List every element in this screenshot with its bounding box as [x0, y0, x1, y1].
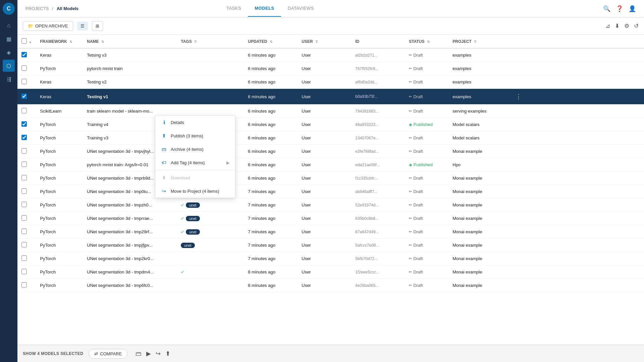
- row-checkbox[interactable]: [21, 202, 27, 207]
- table-row[interactable]: PyTorchUNet segmentation 3d - tmprrae...…: [17, 212, 644, 225]
- filter-icon[interactable]: ⊿: [605, 22, 610, 29]
- row-checkbox[interactable]: [21, 108, 27, 113]
- row-checkbox[interactable]: [21, 229, 27, 234]
- cell-status: ✏ Draft: [405, 145, 448, 158]
- cell-project: Monai example: [448, 239, 509, 252]
- column-header-name[interactable]: NAME ⇅: [83, 35, 177, 48]
- cell-id: 794381683...: [351, 105, 405, 118]
- cell-name: UNet segmentation 3d - tmp2kr0...: [83, 252, 177, 265]
- tab-models[interactable]: MODELS: [248, 0, 281, 17]
- bottom-upload-icon[interactable]: ⬆: [165, 350, 170, 357]
- sidebar-icon-pipeline[interactable]: ⇶: [3, 73, 15, 85]
- details-icon: ℹ: [161, 119, 167, 126]
- table-row[interactable]: PyTorchpytorch mnist train: Args/lr=0.01…: [17, 158, 644, 172]
- table-row[interactable]: PyTorchpytorch mnist train6 minutes agoU…: [17, 62, 644, 75]
- row-checkbox[interactable]: [21, 269, 27, 274]
- row-checkbox[interactable]: [21, 188, 27, 194]
- bottom-publish-icon[interactable]: ▶: [146, 350, 151, 357]
- sidebar-icon-models[interactable]: ⬡: [3, 60, 15, 72]
- chevron-down-icon[interactable]: ▼: [29, 41, 32, 44]
- row-checkbox[interactable]: [21, 282, 27, 288]
- row-checkbox[interactable]: [21, 148, 27, 154]
- more-options-button[interactable]: ⋮: [513, 92, 524, 101]
- column-header-id[interactable]: ID: [351, 35, 405, 48]
- table-row[interactable]: PyTorchUNet segmentation 3d - tmpvjhyl..…: [17, 145, 644, 158]
- grid-view-button[interactable]: ⊞: [92, 21, 103, 31]
- breadcrumb-root[interactable]: PROJECTS: [25, 6, 49, 11]
- download-icon[interactable]: ⬇: [615, 22, 620, 29]
- tab-dataviews[interactable]: DATAVIEWS: [281, 0, 321, 17]
- project-label: PROJECT: [452, 39, 472, 44]
- context-menu-add-tag[interactable]: 🏷 Add Tag (4 items) ▶: [155, 156, 235, 169]
- row-checkbox[interactable]: [21, 52, 27, 57]
- cell-project: Monai example: [448, 279, 509, 292]
- table-row[interactable]: PyTorchUNet segmentation 3d - tmp29rf...…: [17, 225, 644, 239]
- column-header-tags[interactable]: TAGS ⊽: [177, 35, 244, 48]
- table-row[interactable]: PyTorchUNet segmentation 3d - tmpdm4...✓…: [17, 265, 644, 279]
- framework-sort-icon: ⇅: [69, 40, 72, 44]
- cell-tags: [177, 62, 244, 75]
- app-logo[interactable]: C: [3, 3, 15, 15]
- table-row[interactable]: KerasTetsing v36 minutes agoUseraf2b2d27…: [17, 48, 644, 62]
- user-icon[interactable]: 👤: [629, 5, 636, 12]
- context-menu-details[interactable]: ℹ Details: [155, 116, 235, 129]
- row-checkbox[interactable]: [21, 215, 27, 221]
- id-label: ID: [355, 39, 359, 44]
- table-row[interactable]: KerasTesting v26 minutes agoUseraf6d0a2d…: [17, 75, 644, 89]
- row-checkbox[interactable]: [21, 162, 27, 167]
- table-row[interactable]: PyTorchUNet segmentation 3d - tmp0tu...✓…: [17, 185, 644, 198]
- column-header-user[interactable]: USER ⊽: [298, 35, 351, 48]
- table-row[interactable]: PyTorchUNet segmentation 3d - tmp2kr0...…: [17, 252, 644, 265]
- column-header-framework[interactable]: FRAMEWORK ⇅: [36, 35, 83, 48]
- compare-button[interactable]: ⇄ COMPARE: [89, 349, 127, 359]
- context-menu-archive[interactable]: 🗃 Archive (4 items): [155, 142, 235, 156]
- bottom-archive-icon[interactable]: 🗃: [136, 350, 142, 357]
- table-row[interactable]: PyTorchUNet segmentation 3d - tmp6fc0...…: [17, 279, 644, 292]
- sidebar-icon-dashboard[interactable]: ▦: [3, 33, 15, 45]
- cell-updated: 6 minutes ago: [244, 89, 298, 105]
- column-header-updated[interactable]: UPDATED ⇅: [244, 35, 298, 48]
- context-menu-move-project[interactable]: ↪ Move to Project (4 items): [155, 184, 235, 198]
- row-checkbox[interactable]: [21, 175, 27, 180]
- select-all-checkbox[interactable]: [21, 38, 27, 44]
- search-icon[interactable]: 🔍: [603, 5, 610, 12]
- row-checkbox[interactable]: [21, 135, 27, 140]
- table-row[interactable]: PyTorchUNet segmentation 3d - tmpzh0...✓…: [17, 198, 644, 212]
- cell-updated: 6 minutes ago: [244, 48, 298, 62]
- sidebar-icon-home[interactable]: ⌂: [3, 19, 15, 32]
- column-header-status[interactable]: STATUS ⇅: [405, 35, 448, 48]
- sidebar-icon-experiments[interactable]: ◈: [3, 46, 15, 58]
- help-icon[interactable]: ❓: [616, 5, 623, 12]
- table-row[interactable]: ScikitLearntrain sklearn model - sklearn…: [17, 105, 644, 118]
- table-row[interactable]: PyTorchTraining v36 minutes agoUser13407…: [17, 131, 644, 145]
- table-row[interactable]: PyTorchUNet segmentation 3d - tmpjfjpv..…: [17, 239, 644, 252]
- list-view-button[interactable]: ☰: [77, 21, 88, 31]
- cell-status: ◈ Published: [405, 118, 448, 131]
- tab-tasks[interactable]: TASKS: [220, 0, 248, 17]
- publish-icon: ⬆: [161, 132, 167, 139]
- row-checkbox[interactable]: [21, 65, 27, 71]
- cell-id: 5bfb70d72...: [351, 252, 405, 265]
- row-checkbox[interactable]: [21, 121, 27, 127]
- context-download-label: Download: [171, 175, 190, 180]
- cell-tags: [177, 89, 244, 105]
- table-header-row: ▼ FRAMEWORK ⇅ NAME ⇅ TAGS ⊽: [17, 35, 644, 48]
- table-row[interactable]: PyTorchTraining v46 minutes agoUser48a55…: [17, 118, 644, 131]
- bottom-move-icon[interactable]: ↪: [156, 350, 161, 357]
- open-archive-button[interactable]: 📁 OPEN ARCHIVE: [23, 21, 73, 31]
- bottom-bar: SHOW 4 MODELS SELECTED ⇄ COMPARE 🗃 ▶ ↪ ⬆: [17, 345, 644, 362]
- cell-status: ✏ Draft: [405, 252, 448, 265]
- row-checkbox[interactable]: [21, 94, 27, 99]
- refresh-icon[interactable]: ↺: [634, 22, 639, 29]
- cell-project: examples: [448, 48, 509, 62]
- row-checkbox[interactable]: [21, 79, 27, 84]
- table-row[interactable]: PyTorchUNet segmentation 3d - tmprb9d...…: [17, 172, 644, 185]
- table-row[interactable]: KerasTesting v16 minutes agoUserb0a93b75…: [17, 89, 644, 105]
- row-checkbox[interactable]: [21, 242, 27, 247]
- context-menu-publish[interactable]: ⬆ Publish (3 items): [155, 129, 235, 142]
- column-header-project[interactable]: PROJECT ⊽: [448, 35, 509, 48]
- settings-icon[interactable]: ⚙: [624, 22, 629, 29]
- row-checkbox[interactable]: [21, 255, 27, 261]
- cell-updated: 6 minutes ago: [244, 172, 298, 185]
- cell-user: User: [298, 185, 351, 198]
